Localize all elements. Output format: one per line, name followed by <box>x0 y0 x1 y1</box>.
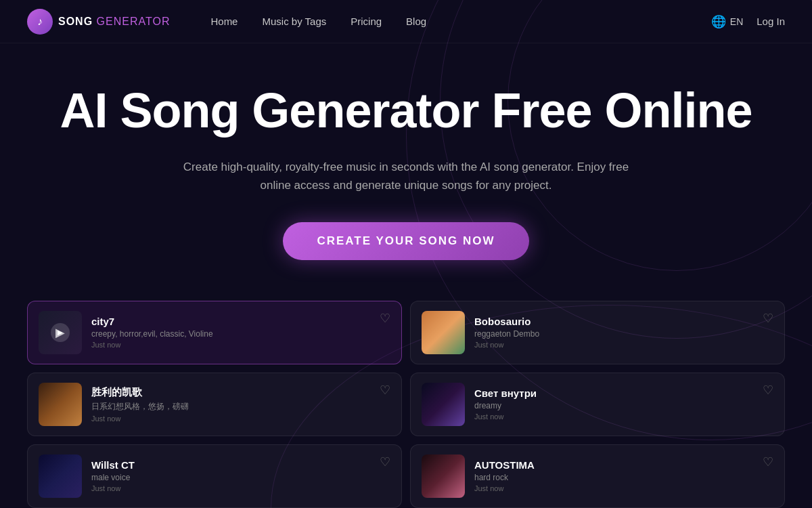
song-card-willst[interactable]: Willst CT male voice Just now ♡ <box>27 444 402 508</box>
song-thumbnail-autostima <box>422 454 465 498</box>
song-info-bobosaurio: Bobosaurio reggaeton Dembo Just now <box>474 316 753 349</box>
song-tags-city7: creepy, horror,evil, classic, Violine <box>91 329 370 339</box>
song-info-autostima: AUTOSTIMA hard rock Just now <box>474 459 753 492</box>
song-time-city7: Just now <box>91 341 370 349</box>
song-info-city7: city7 creepy, horror,evil, classic, Viol… <box>91 316 370 349</box>
logo-text: SONG GENERATOR <box>58 16 170 28</box>
song-tags-victory-song: 日系幻想风格，悠扬，磅礴 <box>91 401 370 412</box>
song-thumbnail-city7: ▶ <box>39 311 82 354</box>
song-title-svet: Свет внутри <box>474 387 753 399</box>
songs-grid: ▶ city7 creepy, horror,evil, classic, Vi… <box>27 301 785 508</box>
heart-button-victory-song[interactable]: ♡ <box>380 383 390 398</box>
song-tags-bobosaurio: reggaeton Dembo <box>474 329 753 339</box>
language-selector[interactable]: 🌐 EN <box>711 14 743 29</box>
song-info-victory-song: 胜利的凯歌 日系幻想风格，悠扬，磅礴 Just now <box>91 386 370 423</box>
song-tags-willst: male voice <box>91 473 370 482</box>
song-tags-autostima: hard rock <box>474 473 753 482</box>
song-title-bobosaurio: Bobosaurio <box>474 316 753 327</box>
heart-button-svet[interactable]: ♡ <box>763 383 773 398</box>
song-time-willst: Just now <box>91 484 370 492</box>
song-title-victory-song: 胜利的凯歌 <box>91 386 370 399</box>
nav-blog[interactable]: Blog <box>406 16 426 27</box>
globe-icon: 🌐 <box>711 14 726 29</box>
song-card-victory-song[interactable]: 胜利的凯歌 日系幻想风格，悠扬，磅礴 Just now ♡ <box>27 373 402 436</box>
song-thumbnail-willst <box>39 454 82 498</box>
nav-right: 🌐 EN Log In <box>711 14 785 29</box>
song-title-willst: Willst CT <box>91 459 370 471</box>
cta-button[interactable]: CREATE YOUR SONG NOW <box>283 222 528 260</box>
song-thumbnail-bobosaurio <box>422 311 465 354</box>
song-title-autostima: AUTOSTIMA <box>474 459 753 471</box>
hero-subtitle: Create high-quality, royalty-free music … <box>169 158 643 194</box>
nav-pricing[interactable]: Pricing <box>351 16 382 27</box>
song-time-victory-song: Just now <box>91 415 370 423</box>
heart-button-city7[interactable]: ♡ <box>380 311 390 326</box>
logo-icon: ♪ <box>27 9 53 35</box>
song-info-willst: Willst CT male voice Just now <box>91 459 370 492</box>
song-time-svet: Just now <box>474 412 753 421</box>
hero-title: AI Song Generator Free Online <box>27 84 785 137</box>
song-time-autostima: Just now <box>474 484 753 492</box>
song-card-city7[interactable]: ▶ city7 creepy, horror,evil, classic, Vi… <box>27 301 402 364</box>
lang-label: EN <box>730 16 743 27</box>
logo[interactable]: ♪ SONG GENERATOR <box>27 9 170 35</box>
song-title-city7: city7 <box>91 316 370 327</box>
song-info-svet: Свет внутри dreamy Just now <box>474 387 753 421</box>
song-time-bobosaurio: Just now <box>474 341 753 349</box>
hero-section: AI Song Generator Free Online Create hig… <box>0 43 812 287</box>
song-thumbnail-victory-song <box>39 383 82 426</box>
heart-button-bobosaurio[interactable]: ♡ <box>763 311 773 326</box>
song-tags-svet: dreamy <box>474 401 753 410</box>
song-card-autostima[interactable]: AUTOSTIMA hard rock Just now ♡ <box>410 444 785 508</box>
nav-music-tags[interactable]: Music by Tags <box>262 16 326 27</box>
heart-button-willst[interactable]: ♡ <box>380 454 390 469</box>
play-button-city7[interactable]: ▶ <box>51 323 70 342</box>
song-card-bobosaurio[interactable]: Bobosaurio reggaeton Dembo Just now ♡ <box>410 301 785 364</box>
navbar: ♪ SONG GENERATOR Home Music by Tags Pric… <box>0 0 812 43</box>
song-thumbnail-svet <box>422 383 465 426</box>
heart-button-autostima[interactable]: ♡ <box>763 454 773 469</box>
nav-links: Home Music by Tags Pricing Blog <box>210 16 710 27</box>
songs-section: ▶ city7 creepy, horror,evil, classic, Vi… <box>0 287 812 508</box>
login-button[interactable]: Log In <box>757 16 785 27</box>
song-card-svet[interactable]: Свет внутри dreamy Just now ♡ <box>410 373 785 436</box>
nav-home[interactable]: Home <box>210 16 238 27</box>
